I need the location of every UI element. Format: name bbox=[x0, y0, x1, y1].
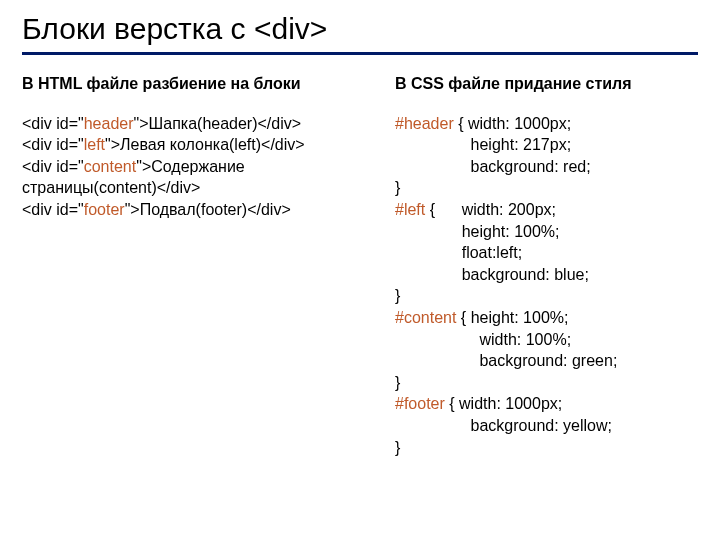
css-line: } bbox=[395, 285, 698, 307]
css-selector: #header bbox=[395, 115, 454, 132]
code-frag: ">Содержание bbox=[136, 158, 245, 175]
css-line: } bbox=[395, 372, 698, 394]
code-line: страницы(content)</div> bbox=[22, 177, 377, 199]
code-frag: <div id=" bbox=[22, 115, 84, 132]
css-code-block: #header { width: 1000px; height: 217px; … bbox=[395, 113, 698, 459]
columns: В HTML файле разбиение на блоки <div id=… bbox=[22, 73, 698, 458]
css-selector: #left bbox=[395, 201, 425, 218]
right-column: В CSS файле придание стиля #header { wid… bbox=[395, 73, 698, 458]
css-line: } bbox=[395, 177, 698, 199]
code-id: header bbox=[84, 115, 134, 132]
code-frag: <div id=" bbox=[22, 201, 84, 218]
code-id: content bbox=[84, 158, 136, 175]
code-line: <div id="header">Шапка(header)</div> bbox=[22, 113, 377, 135]
code-frag: <div id=" bbox=[22, 158, 84, 175]
left-column: В HTML файле разбиение на блоки <div id=… bbox=[22, 73, 377, 458]
slide: Блоки верстка с <div> В HTML файле разби… bbox=[0, 0, 720, 458]
css-line: height: 100%; bbox=[395, 221, 698, 243]
html-code-block: <div id="header">Шапка(header)</div> <di… bbox=[22, 113, 377, 221]
css-line: } bbox=[395, 437, 698, 459]
title-rule bbox=[22, 52, 698, 55]
code-frag: ">Шапка(header)</div> bbox=[134, 115, 302, 132]
code-line: <div id="content">Содержание bbox=[22, 156, 377, 178]
css-line: #left { width: 200px; bbox=[395, 199, 698, 221]
css-line: float:left; bbox=[395, 242, 698, 264]
css-rule: { width: 200px; bbox=[425, 201, 556, 218]
code-frag: ">Левая колонка(left)</div> bbox=[105, 136, 305, 153]
css-selector: #content bbox=[395, 309, 456, 326]
code-frag: <div id=" bbox=[22, 136, 84, 153]
css-line: background: blue; bbox=[395, 264, 698, 286]
css-line: background: red; bbox=[395, 156, 698, 178]
left-heading: В HTML файле разбиение на блоки bbox=[22, 73, 377, 95]
css-line: background: yellow; bbox=[395, 415, 698, 437]
css-rule: { height: 100%; bbox=[456, 309, 568, 326]
page-title: Блоки верстка с <div> bbox=[22, 12, 698, 46]
css-line: height: 217px; bbox=[395, 134, 698, 156]
css-line: background: green; bbox=[395, 350, 698, 372]
css-line: #content { height: 100%; bbox=[395, 307, 698, 329]
code-id: left bbox=[84, 136, 105, 153]
code-line: <div id="left">Левая колонка(left)</div> bbox=[22, 134, 377, 156]
css-selector: #footer bbox=[395, 395, 445, 412]
code-id: footer bbox=[84, 201, 125, 218]
css-line: width: 100%; bbox=[395, 329, 698, 351]
css-line: #header { width: 1000px; bbox=[395, 113, 698, 135]
code-line: <div id="footer">Подвал(footer)</div> bbox=[22, 199, 377, 221]
right-heading: В CSS файле придание стиля bbox=[395, 73, 698, 95]
css-line: #footer { width: 1000px; bbox=[395, 393, 698, 415]
code-frag: ">Подвал(footer)</div> bbox=[125, 201, 291, 218]
css-rule: { width: 1000px; bbox=[454, 115, 571, 132]
css-rule: { width: 1000px; bbox=[445, 395, 562, 412]
